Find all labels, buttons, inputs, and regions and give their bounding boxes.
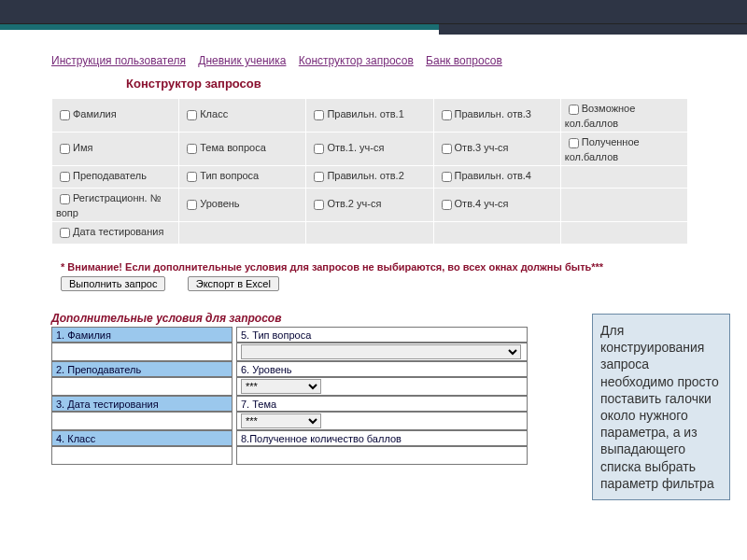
lbl-regno: Регистрационн. № вопр — [56, 192, 162, 218]
cond-label-2: 2. Преподаватель — [51, 361, 233, 377]
cb-stud-ans1[interactable] — [314, 144, 324, 154]
cond-label-1: 1. Фамилия — [51, 327, 233, 343]
cond-label-8: 8.Полученное количество баллов — [236, 430, 528, 446]
lbl-topic: Тема вопроса — [200, 142, 266, 153]
lbl-class: Класс — [200, 108, 228, 119]
export-excel-button[interactable]: Экспорт в Excel — [188, 276, 279, 291]
cb-regno[interactable] — [60, 194, 70, 204]
cond-select-level[interactable]: *** — [241, 379, 321, 394]
top-header-bar — [0, 0, 747, 24]
cond-input-class[interactable] — [51, 446, 233, 465]
params-table: Фамилия Класс Правильн. отв.1 Правильн. … — [51, 98, 688, 245]
cb-ans2[interactable] — [314, 172, 324, 182]
link-diary[interactable]: Дневник ученика — [198, 54, 286, 67]
lbl-lastname: Фамилия — [73, 108, 117, 119]
cb-stud-ans2[interactable] — [314, 200, 324, 210]
cb-topic[interactable] — [187, 144, 197, 154]
lbl-ans4: Правильн. отв.4 — [455, 170, 531, 181]
cb-stud-ans4[interactable] — [442, 200, 452, 210]
cb-ans1[interactable] — [314, 110, 324, 120]
cb-level[interactable] — [187, 200, 197, 210]
lbl-ans3: Правильн. отв.3 — [455, 108, 531, 119]
cond-label-3: 3. Дата тестирования — [51, 396, 233, 412]
nav-links: Инструкция пользователя Дневник ученика … — [51, 54, 700, 67]
warning-text: * Внимание! Если дополнительные условия … — [61, 261, 700, 273]
lbl-stud-ans3: Отв.3 уч-ся — [455, 142, 509, 153]
lbl-stud-ans1: Отв.1. уч-ся — [327, 142, 384, 153]
cond-label-4: 4. Класс — [51, 430, 233, 446]
cb-firstname[interactable] — [60, 144, 70, 154]
cond-select-qtype[interactable] — [241, 344, 521, 359]
cond-label-7: 7. Тема — [236, 396, 528, 412]
button-row: Выполнить запрос Экспорт в Excel — [61, 276, 700, 291]
lbl-ans2: Правильн. отв.2 — [327, 170, 403, 181]
lbl-testdate: Дата тестирования — [73, 226, 163, 237]
page-title: Конструктор запросов — [126, 77, 700, 91]
lbl-stud-ans2: Отв.2 уч-ся — [327, 198, 381, 209]
cb-ans3[interactable] — [442, 110, 452, 120]
lbl-qtype: Тип вопроса — [200, 170, 259, 181]
lbl-ans1: Правильн. отв.1 — [327, 108, 403, 119]
cond-label-5: 5. Тип вопроса — [236, 327, 528, 343]
lbl-teacher: Преподаватель — [73, 170, 147, 181]
run-query-button[interactable]: Выполнить запрос — [61, 276, 165, 291]
cond-input-date[interactable] — [51, 412, 233, 430]
cond-select-topic[interactable]: *** — [241, 413, 321, 428]
lbl-firstname: Имя — [73, 142, 92, 153]
cb-ans4[interactable] — [442, 172, 452, 182]
link-bank[interactable]: Банк вопросов — [426, 54, 502, 67]
cb-gotpoints[interactable] — [569, 138, 579, 148]
lbl-level: Уровень — [200, 198, 239, 209]
cond-input-teacher[interactable] — [51, 377, 233, 396]
cb-testdate[interactable] — [60, 228, 70, 238]
help-callout: Для конструирования запроса необходимо п… — [592, 314, 730, 500]
cb-lastname[interactable] — [60, 110, 70, 120]
cb-stud-ans3[interactable] — [442, 144, 452, 154]
cond-input-points[interactable] — [236, 446, 528, 465]
cb-maxpoints[interactable] — [569, 105, 579, 115]
cb-class[interactable] — [187, 110, 197, 120]
lbl-stud-ans4: Отв.4 уч-ся — [455, 198, 509, 209]
link-builder[interactable]: Конструктор запросов — [299, 54, 414, 67]
cond-label-6: 6. Уровень — [236, 361, 528, 377]
cond-input-lastname[interactable] — [51, 343, 233, 361]
cb-teacher[interactable] — [60, 172, 70, 182]
link-instructions[interactable]: Инструкция пользователя — [51, 54, 186, 67]
cb-qtype[interactable] — [187, 172, 197, 182]
decor-stripe — [0, 24, 747, 41]
